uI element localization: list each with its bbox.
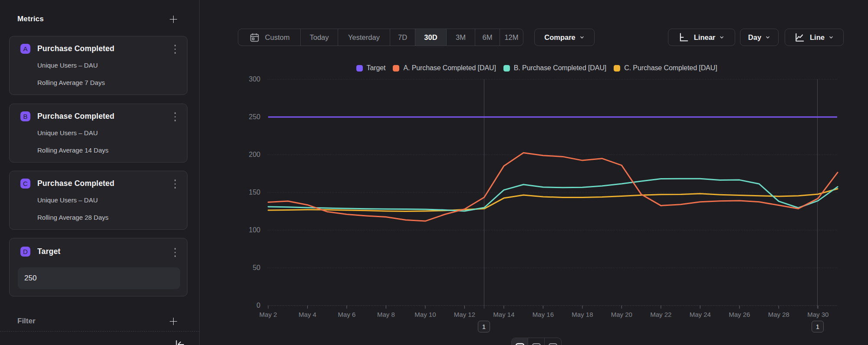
svg-text:May 22: May 22 bbox=[650, 311, 671, 318]
svg-text:250: 250 bbox=[249, 113, 260, 120]
svg-text:May 2: May 2 bbox=[260, 311, 277, 318]
svg-text:May 30: May 30 bbox=[807, 311, 829, 318]
svg-text:May 12: May 12 bbox=[454, 311, 475, 318]
svg-text:May 10: May 10 bbox=[414, 311, 436, 318]
svg-text:150: 150 bbox=[249, 189, 260, 196]
svg-text:May 8: May 8 bbox=[377, 311, 395, 318]
svg-text:May 6: May 6 bbox=[338, 311, 356, 318]
svg-text:50: 50 bbox=[253, 264, 260, 271]
svg-text:May 4: May 4 bbox=[299, 311, 316, 318]
svg-text:May 26: May 26 bbox=[729, 311, 750, 318]
svg-text:0: 0 bbox=[256, 302, 260, 309]
svg-text:200: 200 bbox=[249, 151, 260, 158]
svg-text:May 20: May 20 bbox=[611, 311, 632, 318]
svg-text:300: 300 bbox=[249, 75, 260, 83]
svg-text:May 14: May 14 bbox=[493, 311, 514, 318]
svg-text:May 24: May 24 bbox=[690, 311, 711, 318]
svg-text:May 18: May 18 bbox=[572, 311, 593, 318]
svg-text:May 28: May 28 bbox=[768, 311, 789, 318]
svg-text:100: 100 bbox=[249, 226, 260, 234]
svg-text:May 16: May 16 bbox=[533, 311, 554, 318]
